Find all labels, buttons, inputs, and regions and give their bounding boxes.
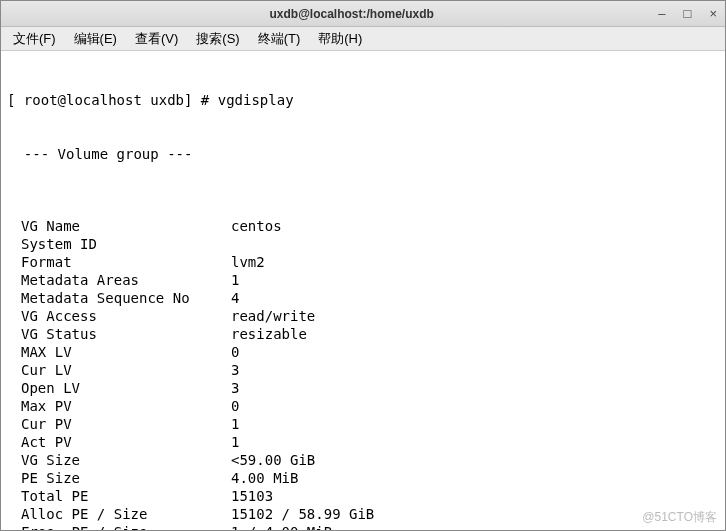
vg-field-value: 15103: [231, 487, 273, 505]
vg-field-row: Total PE15103: [7, 487, 719, 505]
vg-field-value: 1: [231, 415, 239, 433]
terminal-pane[interactable]: [ root@localhost uxdb] # vgdisplay --- V…: [1, 51, 725, 530]
vg-field-label: Metadata Sequence No: [21, 289, 231, 307]
vg-field-value: 3: [231, 379, 239, 397]
vg-field-value: read/write: [231, 307, 315, 325]
vg-field-label: Format: [21, 253, 231, 271]
close-button[interactable]: ×: [707, 6, 719, 21]
vg-field-label: VG Name: [21, 217, 231, 235]
vg-field-row: VG Namecentos: [7, 217, 719, 235]
vg-field-label: Cur PV: [21, 415, 231, 433]
prompt-line-1: [ root@localhost uxdb] # vgdisplay: [7, 91, 719, 109]
vg-field-label: VG Status: [21, 325, 231, 343]
titlebar[interactable]: uxdb@localhost:/home/uxdb – □ ×: [1, 1, 725, 27]
vg-field-value: lvm2: [231, 253, 265, 271]
vg-field-label: Total PE: [21, 487, 231, 505]
vg-field-row: MAX LV0: [7, 343, 719, 361]
vg-field-value: 1 / 4.00 MiB: [231, 523, 332, 530]
vg-field-value: 4: [231, 289, 239, 307]
vg-field-row: PE Size4.00 MiB: [7, 469, 719, 487]
vg-field-row: Formatlvm2: [7, 253, 719, 271]
vg-field-value: <59.00 GiB: [231, 451, 315, 469]
vg-field-row: VG Statusresizable: [7, 325, 719, 343]
vg-field-label: Metadata Areas: [21, 271, 231, 289]
vg-field-row: Metadata Sequence No4: [7, 289, 719, 307]
vg-field-value: 1: [231, 271, 239, 289]
vg-field-label: MAX LV: [21, 343, 231, 361]
vg-field-label: Max PV: [21, 397, 231, 415]
vg-fields: VG Namecentos System ID Formatlvm2 Metad…: [7, 217, 719, 530]
maximize-button[interactable]: □: [682, 6, 694, 21]
vg-field-value: 1: [231, 433, 239, 451]
vg-field-value: 4.00 MiB: [231, 469, 298, 487]
vg-field-label: Alloc PE / Size: [21, 505, 231, 523]
menubar: 文件(F) 编辑(E) 查看(V) 搜索(S) 终端(T) 帮助(H): [1, 27, 725, 51]
menu-help[interactable]: 帮助(H): [312, 28, 368, 50]
vg-field-row: System ID: [7, 235, 719, 253]
vg-field-row: Cur LV3: [7, 361, 719, 379]
prompt-text: [ root@localhost uxdb] #: [7, 92, 218, 108]
vg-field-label: PE Size: [21, 469, 231, 487]
vg-field-row: Act PV1: [7, 433, 719, 451]
menu-edit[interactable]: 编辑(E): [68, 28, 123, 50]
vg-field-label: Act PV: [21, 433, 231, 451]
vg-field-value: 3: [231, 361, 239, 379]
terminal-window: uxdb@localhost:/home/uxdb – □ × 文件(F) 编辑…: [0, 0, 726, 531]
menu-terminal[interactable]: 终端(T): [252, 28, 307, 50]
minimize-button[interactable]: –: [656, 6, 667, 21]
vg-field-value: 0: [231, 343, 239, 361]
vg-field-value: centos: [231, 217, 282, 235]
vg-field-row: Alloc PE / Size15102 / 58.99 GiB: [7, 505, 719, 523]
vg-field-value: resizable: [231, 325, 307, 343]
vg-field-row: Free PE / Size1 / 4.00 MiB: [7, 523, 719, 530]
vg-field-row: VG Size<59.00 GiB: [7, 451, 719, 469]
vg-field-label: Cur LV: [21, 361, 231, 379]
menu-search[interactable]: 搜索(S): [190, 28, 245, 50]
vg-field-value: 0: [231, 397, 239, 415]
window-controls: – □ ×: [656, 6, 719, 21]
vg-field-row: Metadata Areas1: [7, 271, 719, 289]
vg-field-label: System ID: [21, 235, 231, 253]
vg-field-label: VG Size: [21, 451, 231, 469]
vg-field-label: Open LV: [21, 379, 231, 397]
command-text: vgdisplay: [218, 92, 294, 108]
vg-field-row: Max PV0: [7, 397, 719, 415]
menu-file[interactable]: 文件(F): [7, 28, 62, 50]
menu-view[interactable]: 查看(V): [129, 28, 184, 50]
vg-field-row: VG Accessread/write: [7, 307, 719, 325]
watermark-text: @51CTO博客: [642, 508, 717, 526]
vg-field-label: VG Access: [21, 307, 231, 325]
vg-field-label: Free PE / Size: [21, 523, 231, 530]
vg-field-row: Open LV3: [7, 379, 719, 397]
vg-field-row: Cur PV1: [7, 415, 719, 433]
vg-header: --- Volume group ---: [7, 145, 719, 163]
window-title: uxdb@localhost:/home/uxdb: [47, 7, 656, 21]
vg-field-value: 15102 / 58.99 GiB: [231, 505, 374, 523]
